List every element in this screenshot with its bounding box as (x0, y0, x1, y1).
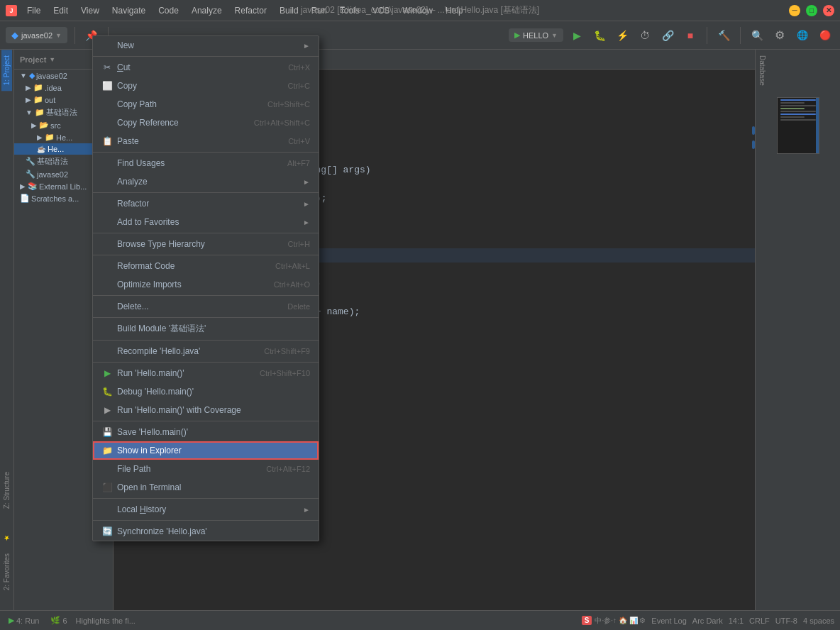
left-sidebar: 1: Project Z: Structure ★ 2: Favorites (0, 50, 14, 610)
run-panel-button[interactable]: ▶ 4: Run (6, 614, 42, 626)
attach-button[interactable]: 🔗 (658, 26, 677, 45)
cm-build-icon (101, 324, 113, 335)
event-log-button[interactable]: Event Log (651, 617, 687, 625)
external-link1[interactable]: 🌐 (793, 26, 812, 45)
sidebar-item-project[interactable]: 1: Project (1, 50, 12, 91)
cm-reformat[interactable]: Reformat Code Ctrl+Alt+L (93, 257, 319, 275)
cm-cut[interactable]: ✂Cut Ctrl+X (93, 58, 319, 77)
menu-navigate[interactable]: Navigate (106, 4, 151, 17)
menu-refactor[interactable]: Refactor (229, 4, 272, 17)
cm-hierarchy-label: Browse Type Hierarchy (117, 239, 205, 249)
cm-file-path[interactable]: File Path Ctrl+Alt+F12 (93, 460, 319, 478)
menu-build[interactable]: Build (274, 4, 304, 17)
cm-delete-icon (101, 301, 113, 312)
cm-build-module[interactable]: Build Module '基础语法' (93, 319, 319, 338)
line-ending-label[interactable]: CRLF (749, 617, 770, 625)
menu-code[interactable]: Code (153, 4, 184, 17)
cm-paste-label: Paste (117, 136, 139, 146)
cm-terminal-icon: ⬛ (101, 482, 113, 493)
run-config-arrow: ▼ (551, 32, 558, 39)
minimize-button[interactable]: ─ (789, 5, 800, 16)
search-button[interactable]: 🔍 (748, 26, 766, 45)
cm-delete[interactable]: Delete... Delete (93, 297, 319, 316)
menu-analyze[interactable]: Analyze (186, 4, 228, 17)
scroll-indicator-2 (752, 140, 755, 149)
sidebar-item-favorites[interactable]: 2: Favorites (1, 548, 12, 596)
cm-analyze[interactable]: Analyze ► (93, 172, 319, 191)
run-config-selector[interactable]: ▶ HELLO ▼ (509, 28, 563, 42)
coverage-button[interactable]: ⚡ (613, 26, 631, 45)
cm-find-icon (101, 158, 113, 169)
cm-optimize-label: Optimize Imports (117, 280, 182, 289)
cm-hierarchy-shortcut: Ctrl+H (288, 240, 310, 248)
cm-favorites[interactable]: Add to Favorites ► (93, 213, 319, 231)
tree-arrow-icon: ▼ (20, 72, 27, 79)
external-link2[interactable]: 🔴 (816, 26, 834, 45)
indent-label[interactable]: 4 spaces (803, 617, 834, 625)
tree-item-label-out: out (45, 96, 55, 104)
cm-browse-hierarchy[interactable]: Browse Type Hierarchy Ctrl+H (93, 235, 319, 253)
cm-paste[interactable]: 📋Paste Ctrl+V (93, 132, 319, 150)
cm-terminal[interactable]: ⬛Open in Terminal (93, 478, 319, 497)
cm-copy-ref[interactable]: Copy Reference Ctrl+Alt+Shift+C (93, 114, 319, 132)
cm-hierarchy-icon (101, 238, 113, 250)
code-minimap (777, 97, 819, 154)
cm-refactor[interactable]: Refactor ► (93, 194, 319, 213)
thumb-line-8 (780, 119, 816, 121)
cm-debug-icon: 🐛 (101, 386, 113, 397)
cm-sep-11 (93, 498, 319, 499)
cm-terminal-label: Open in Terminal (117, 482, 182, 492)
run-panel-label: 4: Run (16, 617, 39, 625)
build-button[interactable]: 🔨 (714, 26, 733, 45)
profile-button[interactable]: ⏱ (636, 26, 654, 45)
cm-copy[interactable]: ⬜Copy Ctrl+C (93, 77, 319, 95)
scroll-indicator-1 (752, 126, 755, 135)
cm-run-coverage[interactable]: ▶ Run 'Hello.main()' with Coverage (93, 401, 319, 419)
cm-local-history[interactable]: Local History ► (93, 500, 319, 519)
sidebar-item-structure[interactable]: Z: Structure (1, 466, 12, 514)
line-col-label[interactable]: 14:1 (729, 617, 744, 625)
cm-sep-4 (93, 233, 319, 233)
cm-run-label: Run 'Hello.main()' (117, 368, 184, 378)
cm-save[interactable]: 💾 Save 'Hello.main()' (93, 423, 319, 441)
tree-item-label-ext: External Lib... (39, 182, 87, 191)
cm-sep-2 (93, 152, 319, 153)
debug-button[interactable]: 🐛 (590, 26, 609, 45)
cm-show-explorer[interactable]: 📁 Show in Explorer (93, 441, 319, 460)
cm-optimize[interactable]: Optimize Imports Ctrl+Alt+O (93, 275, 319, 294)
cm-find-usages[interactable]: Find Usages Alt+F7 (93, 154, 319, 172)
settings-button[interactable]: ⚙ (770, 26, 789, 45)
cm-new-label: New (117, 40, 134, 50)
lib-icon: 📚 (28, 182, 38, 191)
tree-arrow-icon-6: ▶ (37, 133, 43, 141)
project-selector[interactable]: ◆ javase02 ▼ (6, 27, 67, 43)
close-button[interactable]: ✕ (823, 5, 834, 16)
window-title: javase02 [E:\idea_code\javase02] – ...\s… (301, 4, 539, 16)
menu-edit[interactable]: Edit (48, 4, 74, 17)
database-tab[interactable]: Database (756, 50, 840, 92)
cm-debug[interactable]: 🐛 Debug 'Hello.main()' (93, 382, 319, 401)
maximize-button[interactable]: □ (806, 5, 817, 16)
run-button[interactable]: ▶ (568, 26, 586, 45)
cm-run[interactable]: ▶ Run 'Hello.main()' Ctrl+Shift+F10 (93, 364, 319, 382)
title-bar: J File Edit View Navigate Code Analyze R… (0, 0, 840, 21)
toolbar-separator-4 (740, 27, 741, 44)
run-config-icon: ▶ (514, 31, 520, 40)
cm-copy-path[interactable]: Copy Path Ctrl+Shift+C (93, 95, 319, 114)
thumb-line-7 (780, 116, 805, 118)
branch-label[interactable]: Arc Dark (692, 617, 723, 625)
folder-icon-idea: 📁 (33, 83, 43, 92)
encoding-label[interactable]: UTF-8 (775, 617, 797, 625)
thumb-line-6 (780, 114, 816, 115)
git-panel-button[interactable]: 🌿 6 (48, 614, 70, 626)
cm-recompile-label: Recompile 'Hello.java' (117, 346, 200, 356)
cm-recompile[interactable]: Recompile 'Hello.java' Ctrl+Shift+F9 (93, 342, 319, 360)
menu-file[interactable]: File (21, 4, 46, 17)
cm-refactor-icon (101, 198, 113, 209)
cm-new[interactable]: New ► (93, 36, 319, 55)
tree-item-label-he1: He... (56, 133, 72, 142)
menu-view[interactable]: View (75, 4, 105, 17)
window-controls: ─ □ ✕ (789, 5, 834, 16)
stop-button[interactable]: ■ (681, 26, 700, 45)
cm-synchronize[interactable]: 🔄Synchronize 'Hello.java' (93, 522, 319, 541)
